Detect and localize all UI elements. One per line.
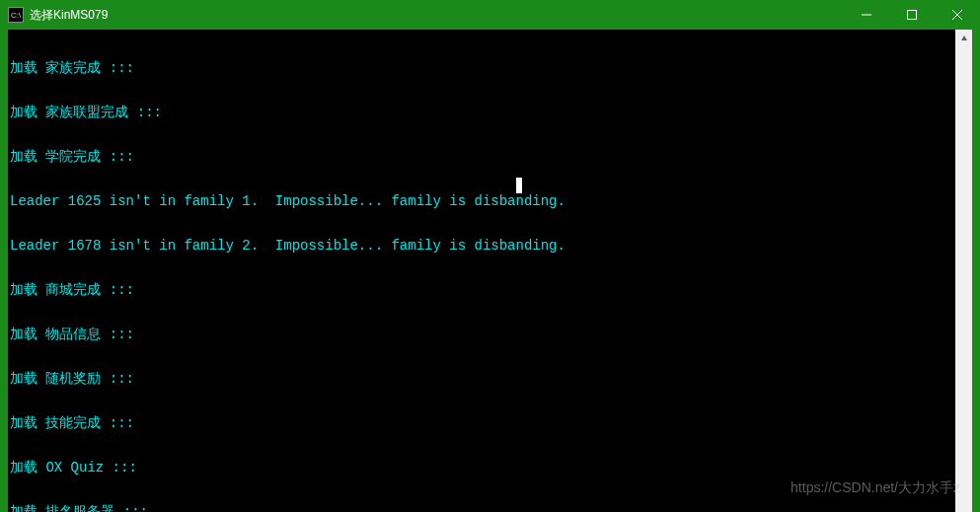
console-line: 加载 技能完成 :::	[10, 416, 955, 431]
text-caret-icon	[516, 178, 522, 193]
maximize-button[interactable]	[889, 0, 935, 30]
console-line: 加载 商城完成 :::	[10, 283, 955, 298]
console-line: 加载 学院完成 :::	[10, 150, 955, 165]
console-line: Leader 1678 isn't in family 2. Impossibl…	[10, 239, 955, 254]
svg-marker-4	[961, 36, 967, 40]
scroll-up-button[interactable]	[955, 30, 972, 46]
window-controls	[844, 0, 980, 30]
vertical-scrollbar[interactable]	[955, 30, 972, 512]
console-output[interactable]: 加载 家族完成 ::: 加载 家族联盟完成 ::: 加载 学院完成 ::: Le…	[8, 30, 955, 512]
console-line: 加载 家族联盟完成 :::	[10, 106, 955, 120]
console-line: 加载 家族完成 :::	[10, 61, 955, 76]
console-line: 加载 物品信息 :::	[10, 328, 955, 342]
console-area: 加载 家族完成 ::: 加载 家族联盟完成 ::: 加载 学院完成 ::: Le…	[8, 30, 972, 512]
app-icon: C:\	[8, 7, 24, 23]
console-line: Leader 1625 isn't in family 1. Impossibl…	[10, 194, 955, 209]
console-window: C:\ 选择KinMS079 加载 家族完成 ::: 加载 家族联盟完成 :::…	[0, 0, 980, 512]
console-line: 加载 排名服务器 :::	[10, 505, 955, 512]
minimize-button[interactable]	[844, 0, 889, 30]
console-line: 加载 随机奖励 :::	[10, 372, 955, 387]
svg-rect-1	[908, 11, 917, 20]
titlebar[interactable]: C:\ 选择KinMS079	[0, 0, 980, 30]
scroll-track[interactable]	[955, 46, 972, 512]
close-button[interactable]	[935, 0, 980, 30]
console-line: 加载 OX Quiz :::	[10, 461, 955, 475]
window-title: 选择KinMS079	[30, 7, 844, 24]
